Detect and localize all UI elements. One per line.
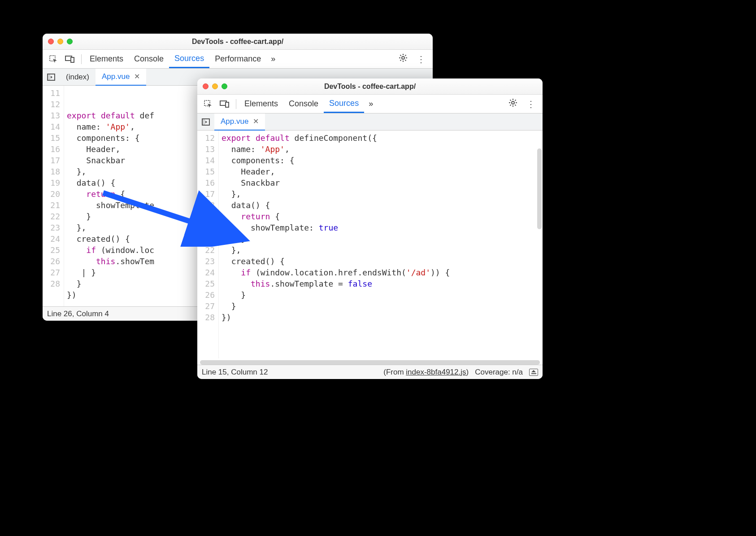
navigator-toggle-icon[interactable] [197,116,214,128]
main-toolbar: Elements Console Sources » ⋮ [197,95,543,113]
maximize-icon[interactable] [67,39,73,44]
file-tab-app-vue[interactable]: App.vue ✕ [96,69,146,86]
more-panels-icon[interactable]: » [364,96,378,111]
minimize-icon[interactable] [212,83,218,89]
file-tab-app-vue[interactable]: App.vue ✕ [214,113,265,131]
code-content[interactable]: export default defineComponent({ name: '… [219,131,543,358]
tab-elements[interactable]: Elements [84,51,129,67]
toolbar-divider [81,54,82,64]
close-icon[interactable] [48,39,54,44]
file-tab-bar: App.vue ✕ [197,113,543,131]
kebab-menu-icon[interactable]: ⋮ [412,51,430,67]
status-bar: Line 15, Column 12 (From index-8bfa4912.… [197,365,543,379]
svg-rect-5 [48,74,50,80]
tab-console[interactable]: Console [283,96,324,112]
inspect-icon[interactable] [45,53,61,65]
coverage-info: Coverage: n/a [475,368,523,377]
settings-icon[interactable] [504,96,522,112]
minimize-icon[interactable] [57,39,63,44]
dock-side-icon[interactable] [529,369,538,376]
svg-rect-11 [202,119,205,125]
main-toolbar: Elements Console Sources Performance » ⋮ [43,50,433,69]
sourcemap-link[interactable]: index-8bfa4912.js [406,368,466,376]
tab-sources[interactable]: Sources [324,95,364,113]
file-tab-label: App.vue [221,117,248,126]
device-toggle-icon[interactable] [61,53,78,65]
close-icon[interactable]: ✕ [134,72,140,81]
device-toggle-icon[interactable] [216,98,233,110]
tab-elements[interactable]: Elements [239,96,283,112]
line-gutter: 11 12 13 14 15 16 17 18 19 20 21 22 23 2… [43,86,64,306]
titlebar[interactable]: DevTools - coffee-cart.app/ [197,78,543,95]
file-tab-label: (index) [66,73,89,82]
line-gutter: 12 13 14 15 16 17 18 19 20 21 22 23 24 2… [197,131,219,358]
file-tab-label: App.vue [102,72,130,81]
svg-rect-8 [226,102,229,107]
horizontal-scrollbar[interactable] [200,360,540,365]
tab-sources[interactable]: Sources [169,50,209,68]
cursor-position: Line 26, Column 4 [47,309,109,318]
sourcemap-info: (From index-8bfa4912.js) [383,368,469,377]
devtools-window-right: DevTools - coffee-cart.app/ Elements Con… [197,78,543,379]
maximize-icon[interactable] [222,83,227,89]
settings-icon[interactable] [394,51,412,67]
close-icon[interactable] [203,83,209,89]
traffic-lights [203,83,227,89]
window-title: DevTools - coffee-cart.app/ [197,83,543,91]
kebab-menu-icon[interactable]: ⋮ [522,96,540,112]
svg-point-3 [402,57,404,59]
window-title: DevTools - coffee-cart.app/ [43,38,433,46]
cursor-position: Line 15, Column 12 [202,368,268,377]
vertical-scrollbar[interactable] [537,148,542,229]
tab-console[interactable]: Console [129,51,169,67]
close-icon[interactable]: ✕ [253,117,259,126]
traffic-lights [48,39,73,44]
tab-performance[interactable]: Performance [209,51,266,67]
svg-point-9 [512,101,514,104]
code-editor[interactable]: 12 13 14 15 16 17 18 19 20 21 22 23 24 2… [197,131,543,358]
svg-rect-2 [71,57,74,62]
more-panels-icon[interactable]: » [266,52,280,66]
toolbar-divider [236,99,236,109]
navigator-toggle-icon[interactable] [43,71,60,83]
inspect-icon[interactable] [200,98,216,110]
file-tab-index[interactable]: (index) [60,69,96,85]
titlebar[interactable]: DevTools - coffee-cart.app/ [43,34,433,50]
